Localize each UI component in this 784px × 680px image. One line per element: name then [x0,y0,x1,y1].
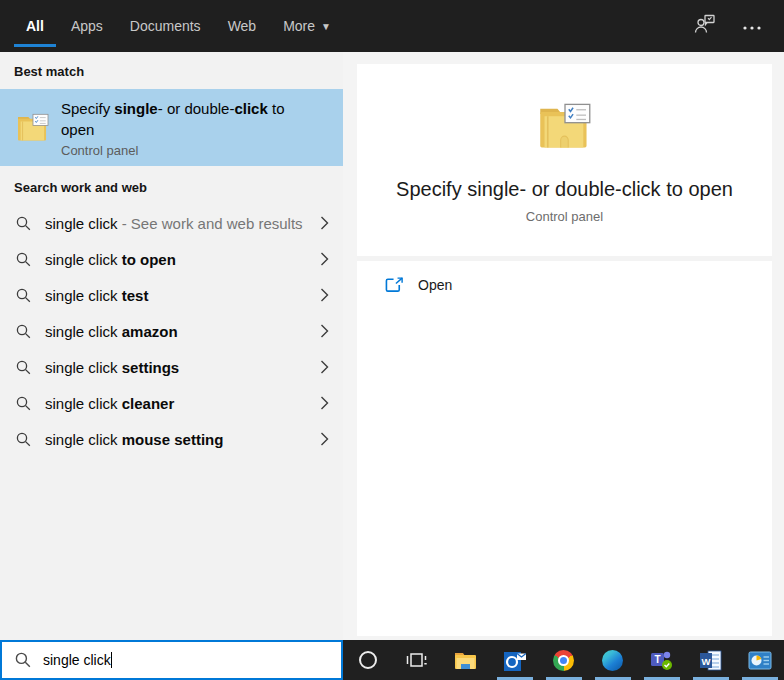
chevron-right-icon[interactable] [320,216,329,230]
suggestion-text: single click mouse setting [45,431,223,448]
search-icon [16,288,31,303]
results-list-panel: Best match Specify single- or do [0,52,343,640]
taskbar-file-explorer-icon[interactable] [441,640,490,680]
search-suggestion-row[interactable]: single click settings [0,349,343,385]
tab-all[interactable]: All [26,0,44,52]
tab-documents-label: Documents [130,18,201,34]
tab-more[interactable]: More ▼ [283,0,331,52]
bottom-row: single click [0,640,784,680]
tab-more-label: More [283,18,315,34]
folder-settings-icon [537,102,593,152]
open-action[interactable]: Open [357,261,772,309]
best-match-title: Specify single- or double-click to open [61,98,297,140]
taskbar-word-icon[interactable]: W [686,640,735,680]
chevron-right-icon[interactable] [320,288,329,302]
chevron-right-icon[interactable] [320,360,329,374]
search-suggestion-row[interactable]: single click to open [0,241,343,277]
taskbar-cortana-icon[interactable] [343,640,392,680]
search-icon [16,324,31,339]
suggestion-text: single click to open [45,251,176,268]
search-input[interactable]: single click [0,640,343,680]
tab-web-label: Web [228,18,257,34]
search-filter-bar: All Apps Documents Web More ▼ [0,0,784,52]
suggestion-text: single click cleaner [45,395,174,412]
preview-title: Specify single- or double-click to open [357,178,772,201]
search-icon [16,252,31,267]
open-external-icon [385,277,404,293]
topbar-actions [694,14,762,38]
svg-text:W: W [701,655,710,666]
taskbar-teams-icon[interactable]: T [637,640,686,680]
preview-subtitle: Control panel [357,209,772,224]
web-search-header: Search work and web [0,166,343,205]
svg-text:T: T [654,654,660,665]
suggestion-text: single click - See work and web results [45,215,303,232]
tab-documents[interactable]: Documents [130,0,201,52]
best-match-header: Best match [0,52,343,89]
search-suggestion-row[interactable]: single click - See work and web results [0,205,343,241]
search-icon [16,216,31,231]
search-suggestion-row[interactable]: single click test [0,277,343,313]
taskbar-system-monitor-icon[interactable] [735,640,784,680]
filter-tabs: All Apps Documents Web More ▼ [26,0,331,52]
taskbar-edge-icon[interactable] [588,640,637,680]
search-suggestion-row[interactable]: single click amazon [0,313,343,349]
tab-apps-label: Apps [71,18,103,34]
taskbar-task-view-icon[interactable] [392,640,441,680]
more-options-icon[interactable] [742,17,762,35]
tab-apps[interactable]: Apps [71,0,103,52]
preview-card: Specify single- or double-click to open … [357,64,772,636]
search-suggestion-row[interactable]: single click mouse setting [0,421,343,457]
windows-search-flyout: All Apps Documents Web More ▼ [0,0,784,680]
best-match-subtitle: Control panel [61,143,297,158]
taskbar: T W [343,640,784,680]
search-input-value: single click [43,652,111,668]
suggestion-text: single click settings [45,359,179,376]
search-icon [15,652,31,668]
tab-all-label: All [26,18,44,34]
search-icon [16,432,31,447]
preview-hero: Specify single- or double-click to open … [357,64,772,224]
chevron-right-icon[interactable] [320,252,329,266]
preview-panel: Specify single- or double-click to open … [343,52,784,640]
suggestion-text: single click test [45,287,148,304]
text-cursor [111,652,112,668]
feedback-icon[interactable] [694,14,716,38]
best-match-text: Specify single- or double-click to open … [61,98,297,158]
search-suggestion-row[interactable]: single click cleaner [0,385,343,421]
folder-settings-icon [16,113,50,143]
open-action-label: Open [418,277,452,293]
chevron-right-icon[interactable] [320,396,329,410]
taskbar-outlook-icon[interactable] [490,640,539,680]
chevron-right-icon[interactable] [320,432,329,446]
suggestion-text: single click amazon [45,323,178,340]
chevron-right-icon[interactable] [320,324,329,338]
search-icon [16,396,31,411]
search-icon [16,360,31,375]
chevron-down-icon: ▼ [321,21,331,32]
search-results-area: Best match Specify single- or do [0,52,784,640]
best-match-result[interactable]: Specify single- or double-click to open … [0,89,343,166]
tab-web[interactable]: Web [228,0,257,52]
taskbar-chrome-icon[interactable] [539,640,588,680]
